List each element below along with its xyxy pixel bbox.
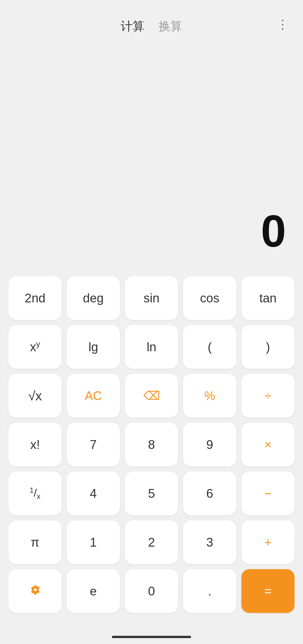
key-settings[interactable] (8, 569, 62, 613)
key-row-6: π 1 2 3 + (8, 520, 295, 564)
header-tabs: 计算 换算 (118, 17, 185, 36)
key-dot[interactable]: . (183, 569, 236, 613)
key-e[interactable]: e (67, 569, 120, 613)
key-rparen[interactable]: ) (241, 325, 295, 369)
key-factorial[interactable]: x! (8, 423, 62, 466)
key-minus[interactable]: − (241, 471, 295, 515)
key-6[interactable]: 6 (183, 471, 236, 515)
key-sqrt[interactable]: √x (8, 374, 62, 418)
app-container: 计算 换算 ⋮ 0 2nd deg sin cos tan (0, 0, 303, 644)
key-equals[interactable]: = (241, 569, 295, 613)
key-deg[interactable]: deg (67, 276, 120, 320)
key-2nd[interactable]: 2nd (8, 276, 62, 320)
key-ac[interactable]: AC (67, 374, 120, 418)
header: 计算 换算 ⋮ (0, 0, 303, 41)
tab-calc[interactable]: 计算 (118, 17, 147, 36)
display-area: 0 (0, 41, 303, 270)
key-7[interactable]: 7 (67, 423, 120, 466)
menu-button[interactable]: ⋮ (276, 17, 289, 31)
key-row-3: √x AC ⌫ % ÷ (8, 374, 295, 418)
keypad: 2nd deg sin cos tan xy lg ln (0, 270, 303, 630)
key-0[interactable]: 0 (125, 569, 178, 613)
key-divide[interactable]: ÷ (241, 374, 295, 418)
home-indicator (0, 630, 303, 644)
key-5[interactable]: 5 (125, 471, 178, 515)
key-4[interactable]: 4 (67, 471, 120, 515)
key-8[interactable]: 8 (125, 423, 178, 466)
key-row-7: e 0 . = (8, 569, 295, 613)
key-pi[interactable]: π (8, 520, 62, 564)
key-2[interactable]: 2 (125, 520, 178, 564)
key-backspace[interactable]: ⌫ (125, 374, 178, 418)
tab-convert[interactable]: 换算 (156, 17, 185, 36)
key-plus[interactable]: + (241, 520, 295, 564)
key-9[interactable]: 9 (183, 423, 236, 466)
key-row-2: xy lg ln ( ) (8, 325, 295, 369)
key-multiply[interactable]: × (241, 423, 295, 466)
key-row-4: x! 7 8 9 × (8, 423, 295, 466)
key-reciprocal[interactable]: 1/x (8, 471, 62, 515)
key-3[interactable]: 3 (183, 520, 236, 564)
key-lg[interactable]: lg (67, 325, 120, 369)
key-lparen[interactable]: ( (183, 325, 236, 369)
key-ln[interactable]: ln (125, 325, 178, 369)
key-percent[interactable]: % (183, 374, 236, 418)
display-value: 0 (261, 208, 286, 254)
key-tan[interactable]: tan (241, 276, 295, 320)
key-row-1: 2nd deg sin cos tan (8, 276, 295, 320)
home-bar (112, 636, 191, 638)
key-xpow[interactable]: xy (8, 325, 62, 369)
key-cos[interactable]: cos (183, 276, 236, 320)
key-1[interactable]: 1 (67, 520, 120, 564)
key-sin[interactable]: sin (125, 276, 178, 320)
key-row-5: 1/x 4 5 6 − (8, 471, 295, 515)
